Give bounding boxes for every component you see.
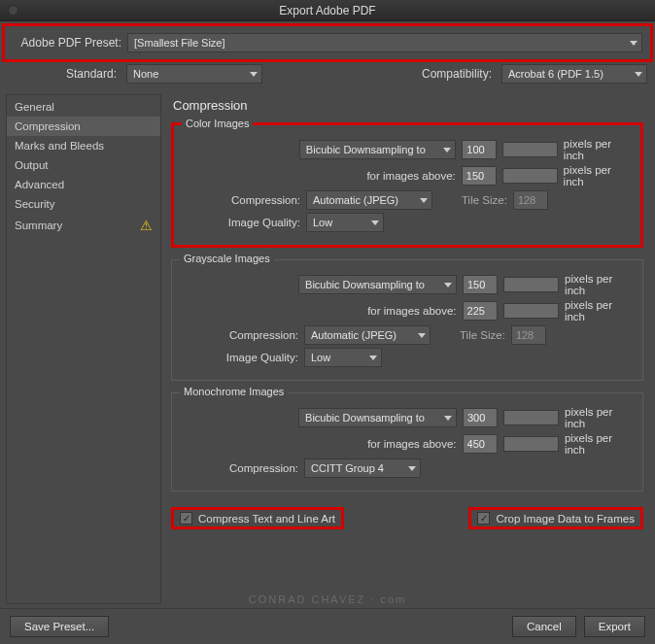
color-comp-select[interactable]: Automatic (JPEG) (306, 190, 432, 210)
button-bar: Save Preset... Cancel Export (0, 608, 655, 644)
color-above-slider[interactable] (502, 168, 558, 184)
color-above-label: for images above: (299, 170, 456, 182)
warning-icon: ⚠ (140, 218, 153, 233)
gray-quality-select[interactable]: Low (304, 348, 382, 367)
gray-tile-label: Tile Size: (460, 329, 505, 341)
sidebar-item-summary[interactable]: Summary ⚠ (7, 214, 160, 237)
preset-select[interactable]: [Smallest File Size] (127, 33, 642, 52)
cancel-button[interactable]: Cancel (512, 616, 576, 637)
color-comp-label: Compression: (184, 194, 300, 206)
color-tile-label: Tile Size: (462, 194, 507, 206)
mono-above-input[interactable] (463, 434, 498, 454)
mono-resample-select[interactable]: Bicubic Downsampling to (298, 408, 457, 427)
gray-ppi-input[interactable] (463, 275, 498, 294)
sidebar: General Compression Marks and Bleeds Out… (6, 94, 161, 604)
compress-text-checkbox[interactable] (180, 512, 192, 525)
mono-comp-label: Compression: (182, 462, 298, 474)
sidebar-item-advanced[interactable]: Advanced (7, 175, 160, 194)
mono-ppi-slider[interactable] (503, 410, 559, 425)
mono-above-slider[interactable] (503, 436, 559, 452)
color-quality-select[interactable]: Low (306, 213, 384, 232)
gray-legend: Grayscale Images (180, 253, 274, 264)
color-quality-label: Image Quality: (184, 217, 300, 228)
preset-row: Adobe PDF Preset: [Smallest File Size] (2, 23, 653, 62)
standard-select[interactable]: None (126, 64, 262, 84)
standard-label: Standard: (8, 67, 117, 81)
crop-data-wrap: Crop Image Data to Frames (468, 507, 643, 529)
gray-resample-select[interactable]: Bicubic Downsampling to (298, 275, 457, 294)
close-icon[interactable] (8, 5, 18, 16)
main-panel: Compression Color Images Bicubic Downsam… (165, 90, 655, 608)
titlebar: Export Adobe PDF (0, 0, 655, 21)
color-above-input[interactable] (462, 166, 497, 186)
gray-ppi-slider[interactable] (503, 277, 559, 292)
preset-label: Adobe PDF Preset: (13, 36, 121, 50)
save-preset-button[interactable]: Save Preset... (10, 616, 109, 637)
gray-comp-label: Compression: (182, 329, 298, 341)
mono-comp-select[interactable]: CCITT Group 4 (304, 458, 421, 478)
color-ppi-slider[interactable] (502, 142, 558, 157)
crop-data-checkbox[interactable] (477, 512, 490, 525)
compress-text-wrap: Compress Text and Line Art (171, 507, 344, 529)
mono-above-label: for images above: (298, 438, 456, 450)
gray-quality-label: Image Quality: (182, 352, 298, 363)
color-ppi-unit: pixels per inch (564, 138, 631, 161)
gray-above-input[interactable] (463, 301, 498, 321)
sidebar-item-compression[interactable]: Compression (7, 117, 160, 136)
compat-label: Compatibility: (422, 67, 492, 81)
mono-legend: Monochrome Images (180, 386, 288, 397)
gray-images-group: Grayscale Images Bicubic Downsampling to… (171, 259, 643, 381)
color-images-group: Color Images Bicubic Downsampling to pix… (171, 122, 643, 248)
mono-ppi-input[interactable] (463, 408, 498, 427)
gray-tile-input (511, 325, 546, 345)
gray-above-label: for images above: (298, 305, 456, 317)
crop-data-label: Crop Image Data to Frames (496, 513, 635, 525)
compat-select[interactable]: Acrobat 6 (PDF 1.5) (501, 64, 647, 84)
export-button[interactable]: Export (584, 616, 645, 637)
export-pdf-dialog: Export Adobe PDF Adobe PDF Preset: [Smal… (0, 0, 655, 644)
sidebar-item-general[interactable]: General (7, 97, 160, 117)
standard-compat-row: Standard: None Compatibility: Acrobat 6 … (0, 64, 655, 90)
mono-images-group: Monochrome Images Bicubic Downsampling t… (171, 392, 643, 491)
window-title: Export Adobe PDF (279, 4, 375, 17)
gray-above-slider[interactable] (503, 303, 559, 319)
color-resample-select[interactable]: Bicubic Downsampling to (299, 140, 456, 159)
gray-comp-select[interactable]: Automatic (JPEG) (304, 325, 431, 345)
color-legend: Color Images (182, 118, 253, 129)
color-tile-input (513, 190, 548, 210)
sidebar-item-security[interactable]: Security (7, 194, 160, 214)
compress-text-label: Compress Text and Line Art (198, 513, 335, 525)
sidebar-item-marks-bleeds[interactable]: Marks and Bleeds (7, 136, 160, 155)
color-ppi-input[interactable] (462, 140, 497, 159)
panel-title: Compression (173, 98, 643, 113)
sidebar-item-output[interactable]: Output (7, 155, 160, 175)
